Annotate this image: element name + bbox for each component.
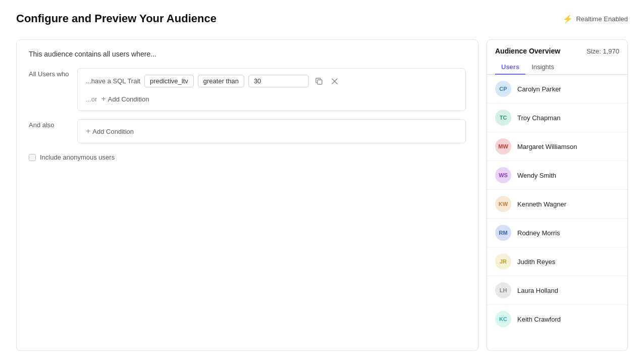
plus-icon-and: +: [86, 127, 90, 136]
condition-value-input[interactable]: [248, 75, 309, 87]
user-item[interactable]: CPCarolyn Parker: [487, 75, 627, 103]
add-condition-button-or[interactable]: + Add Condition: [101, 93, 149, 105]
overview-size: Size: 1,970: [586, 47, 619, 55]
main-content: This audience contains all users where..…: [16, 39, 628, 351]
anonymous-row: Include anonymous users: [29, 153, 466, 161]
user-name: Wendy Smith: [517, 172, 556, 179]
plus-icon: +: [101, 94, 105, 103]
operator-tag[interactable]: greater than: [198, 75, 244, 87]
user-name: Carolyn Parker: [517, 85, 561, 93]
realtime-badge: ⚡ Realtime Enabled: [563, 14, 628, 24]
avatar: LH: [495, 282, 511, 298]
page-header: Configure and Preview Your Audience ⚡ Re…: [16, 12, 628, 25]
anonymous-label: Include anonymous users: [40, 153, 115, 161]
user-name: Judith Reyes: [517, 258, 555, 266]
user-item[interactable]: WSWendy Smith: [487, 161, 627, 190]
condition-prefix: ...have a SQL Trait: [86, 77, 140, 85]
svg-rect-0: [317, 80, 322, 84]
and-also-box: + Add Condition: [77, 119, 466, 143]
remove-condition-button[interactable]: [329, 77, 340, 86]
user-item[interactable]: JRJudith Reyes: [487, 247, 627, 276]
user-name: Keith Crawford: [517, 316, 561, 323]
user-item[interactable]: LHLaura Holland: [487, 276, 627, 305]
user-name: Laura Holland: [517, 287, 558, 294]
avatar: TC: [495, 110, 511, 126]
user-list: CPCarolyn ParkerTCTroy ChapmanMWMargaret…: [487, 75, 627, 350]
or-label: ...or: [86, 95, 97, 103]
or-row: ...or + Add Condition: [86, 93, 457, 105]
avatar: JR: [495, 253, 511, 270]
anonymous-checkbox[interactable]: [29, 154, 36, 161]
avatar: KC: [495, 311, 511, 327]
user-name: Troy Chapman: [517, 114, 561, 122]
builder-panel: This audience contains all users where..…: [16, 39, 478, 351]
user-item[interactable]: TCTroy Chapman: [487, 103, 627, 132]
avatar: WS: [495, 167, 511, 183]
user-item[interactable]: KWKenneth Wagner: [487, 190, 627, 219]
tab-insights[interactable]: Insights: [525, 60, 560, 75]
page-container: Configure and Preview Your Audience ⚡ Re…: [0, 0, 644, 363]
trait-tag[interactable]: predictive_ltv: [144, 75, 194, 87]
user-name: Kenneth Wagner: [517, 200, 566, 208]
add-condition-label-or: Add Condition: [108, 95, 149, 103]
user-item[interactable]: MWMargaret Williamson: [487, 132, 627, 161]
add-condition-label-and: Add Condition: [92, 128, 134, 135]
avatar: KW: [495, 196, 511, 212]
user-item[interactable]: RMRodney Morris: [487, 219, 627, 247]
avatar: CP: [495, 81, 511, 97]
overview-tabs: Users Insights: [487, 55, 627, 75]
avatar: RM: [495, 225, 511, 241]
condition-group: All Users who ...have a SQL Trait predic…: [29, 68, 466, 111]
audience-description: This audience contains all users where..…: [29, 50, 466, 58]
user-item[interactable]: KCKeith Crawford: [487, 305, 627, 333]
lightning-icon: ⚡: [563, 14, 573, 24]
realtime-label: Realtime Enabled: [576, 15, 628, 23]
duplicate-condition-button[interactable]: [313, 76, 325, 86]
add-condition-button-and[interactable]: + Add Condition: [86, 126, 134, 137]
conditions-box: ...have a SQL Trait predictive_ltv great…: [77, 68, 466, 111]
overview-header: Audience Overview Size: 1,970: [487, 40, 627, 55]
user-name: Margaret Williamson: [517, 143, 577, 150]
user-name: Rodney Morris: [517, 229, 560, 237]
all-users-label: All Users who: [29, 68, 69, 78]
and-also-label: And also: [29, 119, 69, 129]
overview-title: Audience Overview: [495, 47, 560, 55]
tab-users[interactable]: Users: [495, 60, 525, 75]
condition-row: ...have a SQL Trait predictive_ltv great…: [86, 75, 457, 87]
avatar: MW: [495, 138, 511, 154]
overview-panel: Audience Overview Size: 1,970 Users Insi…: [487, 39, 628, 351]
page-title: Configure and Preview Your Audience: [16, 12, 217, 25]
and-also-group: And also + Add Condition: [29, 119, 466, 143]
